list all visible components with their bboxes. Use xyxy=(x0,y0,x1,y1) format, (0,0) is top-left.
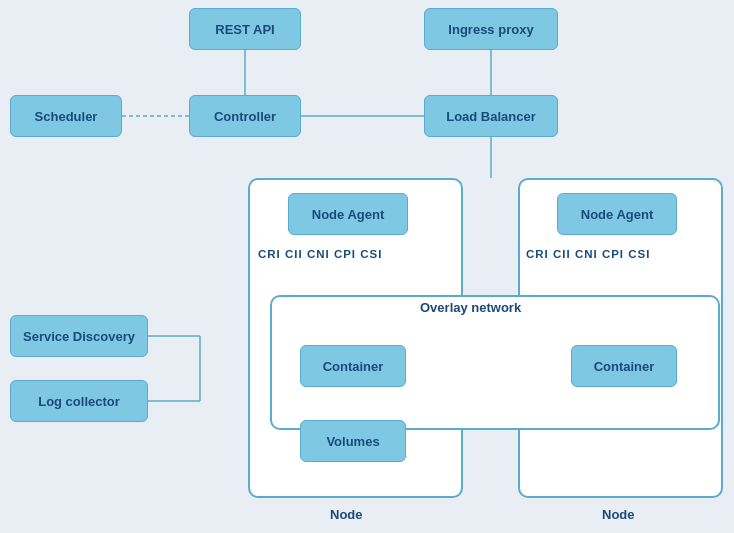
volumes-box: Volumes xyxy=(300,420,406,462)
controller-box: Controller xyxy=(189,95,301,137)
service-discovery-box: Service Discovery xyxy=(10,315,148,357)
node-label-2: Node xyxy=(602,507,635,522)
scheduler-box: Scheduler xyxy=(10,95,122,137)
cri-labels-2: CRI CII CNI CPI CSI xyxy=(526,248,650,260)
container-1-box: Container xyxy=(300,345,406,387)
load-balancer-box: Load Balancer xyxy=(424,95,558,137)
rest-api-box: REST API xyxy=(189,8,301,50)
log-collector-box: Log collector xyxy=(10,380,148,422)
node-label-1: Node xyxy=(330,507,363,522)
overlay-label: Overlay network xyxy=(420,300,521,315)
node-agent-2-box: Node Agent xyxy=(557,193,677,235)
cri-labels-1: CRI CII CNI CPI CSI xyxy=(258,248,382,260)
diagram: Overlay network REST API Ingress proxy S… xyxy=(0,0,734,533)
container-2-box: Container xyxy=(571,345,677,387)
node-agent-1-box: Node Agent xyxy=(288,193,408,235)
ingress-proxy-box: Ingress proxy xyxy=(424,8,558,50)
